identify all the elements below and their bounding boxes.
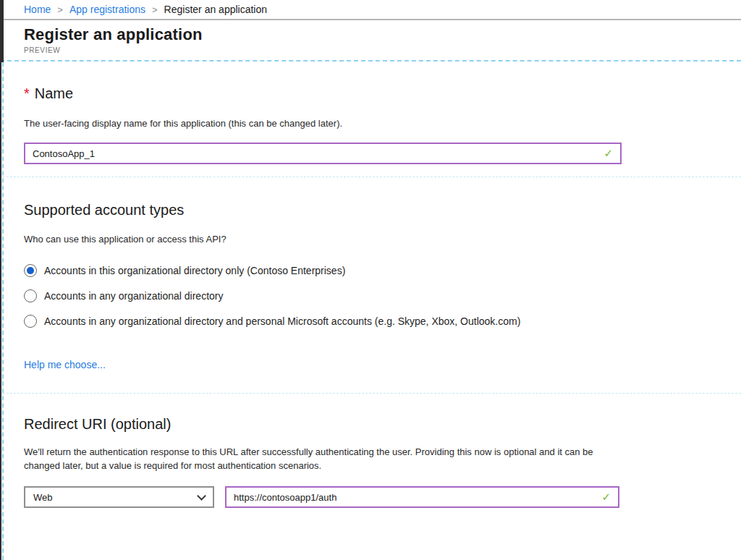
radio-option-label: Accounts in this organizational director… [44,265,345,276]
name-section-title: *Name [24,85,741,102]
left-edge-strip [0,0,4,62]
name-section-description: The user-facing display name for this ap… [24,116,741,130]
radio-option-this-directory-only[interactable]: Accounts in this organizational director… [24,264,741,277]
redirect-uri-controls: Web https://contosoapp1/auth ✓ [24,486,741,508]
breadcrumb-app-registrations-link[interactable]: App registrations [69,4,145,15]
section-separator [3,177,741,177]
radio-button-icon [24,315,37,328]
redirect-type-selected-value: Web [33,492,53,503]
register-application-page: Home > App registrations > Register an a… [0,0,741,560]
breadcrumb-home-link[interactable]: Home [24,4,51,15]
page-header: Register an application PREVIEW [0,20,741,60]
account-types-radio-group: Accounts in this organizational director… [24,264,741,328]
help-me-choose-link[interactable]: Help me choose... [24,359,106,370]
radio-option-any-directory-and-personal[interactable]: Accounts in any organizational directory… [24,315,741,328]
radio-button-icon [24,289,37,302]
breadcrumb: Home > App registrations > Register an a… [0,0,741,20]
redirect-uri-input[interactable]: https://contosoapp1/auth ✓ [225,486,619,508]
section-separator [3,393,741,394]
radio-option-label: Accounts in any organizational directory… [44,315,520,327]
breadcrumb-current-page: Register an application [164,4,267,15]
valid-check-icon: ✓ [601,491,611,504]
name-input-value: ContosoApp_1 [33,148,95,159]
radio-button-icon [24,264,37,277]
redirect-uri-section-title: Redirect URI (optional) [24,416,741,433]
radio-option-any-directory[interactable]: Accounts in any organizational directory [24,289,741,302]
name-section-title-text: Name [35,85,73,101]
breadcrumb-separator: > [57,4,63,15]
valid-check-icon: ✓ [604,147,613,160]
region-top-dashed-border [0,60,741,61]
account-types-description: Who can use this application or access t… [24,232,741,246]
redirect-uri-input-value: https://contosoapp1/auth [234,492,336,503]
breadcrumb-separator: > [152,4,158,15]
page-title: Register an application [24,25,741,44]
redirect-uri-description: We'll return the authentication response… [24,445,606,472]
form-content: *Name The user-facing display name for t… [0,85,741,508]
redirect-type-dropdown[interactable]: Web [24,486,214,508]
name-input[interactable]: ContosoApp_1 ✓ [24,143,622,164]
required-marker: * [24,85,30,101]
radio-option-label: Accounts in any organizational directory [44,290,223,302]
preview-badge: PREVIEW [24,46,741,54]
chevron-down-icon [197,491,206,501]
account-types-section-title: Supported account types [24,202,741,219]
